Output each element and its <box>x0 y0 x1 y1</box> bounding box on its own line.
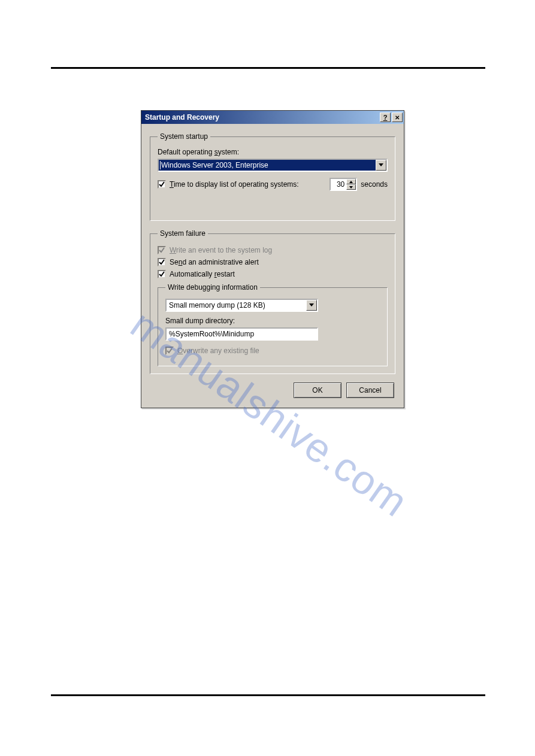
time-display-spinner[interactable] <box>330 178 357 191</box>
write-debugging-legend: Write debugging information <box>165 283 260 292</box>
auto-restart-checkbox[interactable] <box>158 270 166 278</box>
overwrite-label: Overwrite any existing file <box>177 347 380 355</box>
svg-marker-1 <box>349 181 353 183</box>
page-rule-bottom <box>51 694 485 696</box>
page-rule-top <box>51 67 485 69</box>
write-event-label: Write an event to the system log <box>170 246 388 254</box>
system-startup-group: System startup Default operating system:… <box>150 132 395 221</box>
write-debugging-group: Write debugging information Small memory… <box>158 283 388 366</box>
help-icon: ? <box>383 114 388 121</box>
send-alert-label: Send an administrative alert <box>170 258 388 266</box>
time-display-value[interactable] <box>331 179 346 190</box>
system-failure-legend: System failure <box>158 229 208 238</box>
default-os-value: Windows Server 2003, Enterprise <box>161 161 376 169</box>
system-failure-group: System failure Write an event to the sys… <box>150 229 395 374</box>
button-row: OK Cancel <box>150 382 395 399</box>
auto-restart-label: Automatically restart <box>170 270 388 278</box>
overwrite-row: Overwrite any existing file <box>165 347 380 355</box>
ok-button[interactable]: OK <box>294 382 341 398</box>
help-button[interactable]: ? <box>380 113 391 122</box>
svg-marker-0 <box>379 163 383 166</box>
send-alert-row: Send an administrative alert <box>158 258 388 266</box>
dialog-title: Startup and Recovery <box>145 113 379 122</box>
write-event-row: Write an event to the system log <box>158 246 388 254</box>
system-startup-legend: System startup <box>158 132 210 141</box>
time-display-label: Time to display list of operating system… <box>170 180 324 189</box>
spin-up-icon[interactable] <box>346 179 356 184</box>
titlebar[interactable]: Startup and Recovery ? ✕ <box>141 111 404 124</box>
dump-type-value: Small memory dump (128 KB) <box>169 301 306 309</box>
send-alert-checkbox[interactable] <box>158 258 166 266</box>
dropdown-icon[interactable] <box>376 160 386 171</box>
dump-dir-input[interactable] <box>165 327 318 341</box>
svg-marker-2 <box>349 186 353 189</box>
default-os-select[interactable]: Windows Server 2003, Enterprise <box>158 159 388 172</box>
overwrite-checkbox <box>165 347 174 355</box>
cancel-button[interactable]: Cancel <box>346 382 394 398</box>
dump-type-select[interactable]: Small memory dump (128 KB) <box>165 299 318 312</box>
seconds-label: seconds <box>361 180 388 189</box>
write-event-checkbox <box>158 246 166 254</box>
time-display-checkbox[interactable] <box>158 180 166 189</box>
close-icon: ✕ <box>395 114 400 121</box>
dropdown-icon[interactable] <box>306 300 317 311</box>
svg-marker-3 <box>309 303 314 306</box>
default-os-label: Default operating system: <box>158 148 388 156</box>
startup-recovery-dialog: Startup and Recovery ? ✕ System startup … <box>141 110 404 408</box>
dialog-body: System startup Default operating system:… <box>141 124 404 408</box>
dump-dir-label: Small dump directory: <box>165 317 380 325</box>
spin-down-icon[interactable] <box>346 184 356 190</box>
close-button[interactable]: ✕ <box>392 113 403 122</box>
auto-restart-row: Automatically restart <box>158 270 388 278</box>
time-display-row: Time to display list of operating system… <box>158 178 388 191</box>
